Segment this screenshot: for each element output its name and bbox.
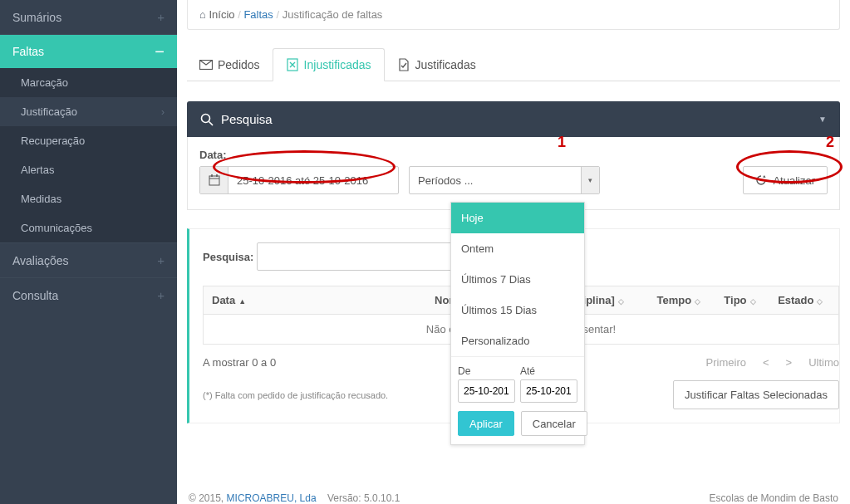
col-data[interactable]: Data▲ [204,286,261,315]
x-doc-icon [286,58,299,71]
date-range-input[interactable]: 25-10-2016 até 25-10-2016 [199,166,399,194]
copyright: © 2015, [189,492,227,504]
company-link[interactable]: MICROABREU, Lda [227,492,317,504]
sidebar-sub-justificacao[interactable]: Justificação › [0,97,177,126]
refresh-button[interactable]: Atualizar [743,166,828,194]
col-tipo[interactable]: Tipo◇ [715,286,769,315]
refresh-label: Atualizar [773,174,815,187]
tab-label: Pedidos [218,58,260,71]
ate-label: Até [520,365,577,377]
sidebar-item-label: Medidas [21,193,61,205]
envelope-icon [199,58,213,71]
sidebar-item-label: Comunicações [21,222,92,234]
date-value: 25-10-2016 até 25-10-2016 [228,174,376,187]
svg-rect-4 [209,176,219,185]
tab-justificadas[interactable]: Justificadas [385,48,489,81]
tab-label: Injustificadas [304,58,371,71]
dd-ontem[interactable]: Ontem [451,233,584,264]
tab-label: Justificadas [415,58,476,71]
sidebar-sub-alertas[interactable]: Alertas [0,155,177,184]
breadcrumb: ⌂ Início / Faltas / Justificação de falt… [187,0,840,30]
justify-button[interactable]: Justificar Faltas Selecionadas [673,380,839,409]
dd-personalizado[interactable]: Personalizado [451,325,584,356]
dd-ultimos7[interactable]: Últimos 7 Dias [451,264,584,295]
search-title: Pesquisa [221,112,273,126]
plus-icon: + [157,10,165,24]
pager-prev[interactable]: < [763,356,769,369]
dd-custom-range: De Até Aplicar Cancelar [451,356,584,444]
sidebar-sub-marcacao[interactable]: Marcação [0,68,177,97]
chevron-down-icon: ▼ [818,115,827,124]
sidebar-item-label: Sumários [12,11,61,24]
sidebar-item-avaliacoes[interactable]: Avaliações + [0,242,177,277]
svg-point-2 [202,114,210,122]
sidebar-item-label: Consulta [12,289,58,302]
pager: Primeiro < > Ultimo [706,356,839,369]
search-icon [200,113,214,126]
cancel-button[interactable]: Cancelar [521,411,587,436]
sidebar-item-label: Recuperação [21,135,85,147]
dd-hoje[interactable]: Hoje [451,203,584,233]
school-name: Escolas de Mondim de Basto [710,492,838,504]
sidebar-sub-recuperacao[interactable]: Recuperação [0,126,177,155]
showing-text: A mostrar 0 a 0 [203,356,276,369]
minus-icon: − [155,47,165,56]
svg-line-3 [209,121,214,125]
version: Versão: 5.0.10.1 [327,492,400,504]
pager-first[interactable]: Primeiro [706,356,746,369]
sidebar-item-label: Avaliações [12,254,68,267]
breadcrumb-home[interactable]: Início [209,8,234,21]
de-input[interactable] [458,379,515,403]
main-content: ⌂ Início / Faltas / Justificação de falt… [177,0,850,504]
sidebar-sub-comunicacoes[interactable]: Comunicações [0,213,177,242]
footnote: (*) Falta com pedido de justificação rec… [203,390,388,400]
home-icon: ⌂ [199,8,206,21]
sidebar-item-sumarios[interactable]: Sumários + [0,0,177,34]
breadcrumb-current: Justificação de faltas [283,8,383,21]
check-doc-icon [397,58,410,71]
periodos-select[interactable]: Períodos ... ▾ [409,166,600,194]
date-label: Data: [199,149,828,161]
dd-ultimos15[interactable]: Últimos 15 Dias [451,295,584,325]
search-panel-header[interactable]: Pesquisa ▼ [187,101,840,137]
pager-next[interactable]: > [786,356,793,369]
search-text-label: Pesquisa: [203,251,253,263]
breadcrumb-faltas[interactable]: Faltas [243,8,273,21]
sidebar-item-faltas[interactable]: Faltas − [0,34,177,68]
plus-icon: + [157,288,165,302]
sidebar-item-label: Alertas [21,164,54,176]
sidebar-item-label: Marcação [21,76,68,89]
calendar-icon [200,167,228,193]
apply-button[interactable]: Aplicar [458,411,514,436]
date-range-dropdown: Hoje Ontem Últimos 7 Dias Últimos 15 Dia… [450,202,585,445]
col-estado[interactable]: Estado◇ [769,286,838,315]
search-panel-body: 1 2 Data: 25-10-2016 até 25-10-2016 Perí… [187,137,840,210]
ate-input[interactable] [520,379,577,403]
tab-pedidos[interactable]: Pedidos [187,48,273,81]
select-value: Períodos ... [410,174,581,187]
tabs: Pedidos Injustificadas Justificadas [187,48,840,81]
sidebar-item-label: Justificação [21,105,77,118]
col-tempo[interactable]: Tempo◇ [648,286,715,315]
sidebar: Sumários + Faltas − Marcação Justificaçã… [0,0,177,504]
chevron-right-icon: › [161,106,165,118]
sidebar-item-label: Faltas [12,45,44,58]
pager-last[interactable]: Ultimo [808,356,839,369]
de-label: De [458,365,515,377]
chevron-down-icon: ▾ [581,167,599,193]
tab-injustificadas[interactable]: Injustificadas [273,48,385,81]
refresh-icon [755,174,767,186]
plus-icon: + [157,253,165,267]
sidebar-item-consulta[interactable]: Consulta + [0,277,177,312]
footer: © 2015, MICROABREU, Lda Versão: 5.0.10.1… [187,484,840,504]
sidebar-sub-medidas[interactable]: Medidas [0,184,177,213]
